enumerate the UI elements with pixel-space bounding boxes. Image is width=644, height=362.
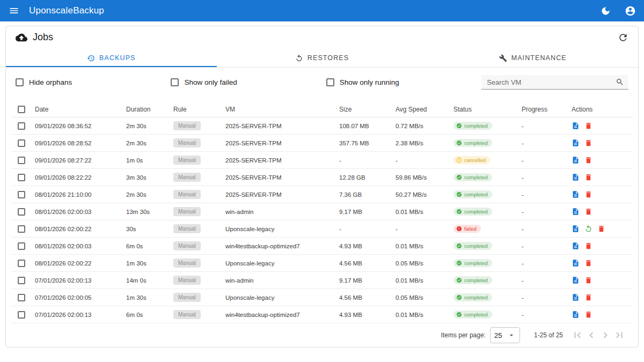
refresh-icon[interactable]: [618, 32, 628, 43]
delete-button[interactable]: [584, 190, 592, 198]
cell-status: completed: [453, 259, 522, 267]
delete-button[interactable]: [584, 156, 592, 164]
search-input[interactable]: [486, 78, 616, 87]
log-button[interactable]: [572, 190, 580, 198]
cell-status: completed: [453, 293, 522, 301]
cell-date: 08/01/2026 02:00:22: [35, 226, 126, 232]
cell-size: 9.17 MB: [339, 277, 396, 284]
row-checkbox[interactable]: [18, 294, 25, 301]
app-title: UponscaleBackup: [29, 5, 104, 16]
cell-vm: Uponscale-legacy: [225, 260, 339, 267]
tab-restores-label: RESTORES: [308, 54, 349, 62]
row-checkbox[interactable]: [18, 122, 25, 130]
status-label: completed: [464, 123, 488, 129]
table-row: 09/01/2026 08:28:52 2m 30s Manual 2025-S…: [11, 135, 633, 152]
search-icon[interactable]: [616, 78, 624, 86]
prev-page-icon[interactable]: [584, 328, 598, 342]
account-icon[interactable]: [624, 4, 636, 17]
status-label: completed: [464, 175, 488, 180]
delete-button[interactable]: [584, 208, 592, 216]
row-checkbox[interactable]: [18, 157, 25, 164]
cell-status: failed: [453, 225, 522, 233]
dark-mode-icon[interactable]: [599, 4, 612, 17]
next-page-icon[interactable]: [598, 328, 612, 342]
cell-vm: Uponscale-legacy: [225, 226, 339, 232]
delete-button[interactable]: [584, 173, 592, 181]
row-checkbox[interactable]: [18, 225, 25, 233]
items-per-page-select[interactable]: 25: [490, 327, 520, 343]
cell-progress: -: [522, 191, 572, 198]
cell-actions: [572, 276, 633, 284]
tab-backups[interactable]: BACKUPS: [6, 49, 217, 68]
row-checkbox[interactable]: [18, 277, 25, 284]
row-checkbox[interactable]: [18, 260, 25, 267]
app-bar: UponscaleBackup: [0, 0, 644, 21]
log-button[interactable]: [572, 276, 580, 284]
status-label: completed: [464, 192, 488, 197]
log-button[interactable]: [572, 156, 580, 164]
cell-date: 09/01/2026 08:36:52: [35, 123, 126, 129]
row-checkbox[interactable]: [18, 174, 25, 181]
log-button[interactable]: [572, 208, 580, 216]
delete-button[interactable]: [584, 276, 592, 284]
rule-chip: Manual: [173, 207, 201, 216]
log-button[interactable]: [572, 139, 580, 147]
status-icon: [456, 209, 462, 215]
cell-actions: [572, 259, 633, 267]
status-label: completed: [464, 261, 488, 266]
jobs-icon: [16, 32, 27, 43]
log-button[interactable]: [572, 173, 580, 181]
status-icon: [456, 226, 462, 232]
cell-status: completed: [453, 311, 522, 319]
status-chip: cancelled: [453, 156, 490, 164]
retry-button[interactable]: [584, 225, 592, 233]
show-only-failed-checkbox[interactable]: [171, 78, 179, 86]
log-button[interactable]: [572, 259, 580, 267]
row-checkbox[interactable]: [18, 139, 25, 147]
last-page-icon[interactable]: [612, 328, 626, 342]
status-icon: [456, 294, 462, 300]
cell-date: 07/01/2026 02:00:13: [35, 277, 126, 284]
log-button[interactable]: [572, 311, 580, 319]
cell-vm: 2025-SERVER-TPM: [225, 174, 339, 181]
cell-duration: 6m 0s: [126, 312, 173, 318]
hide-orphans-checkbox[interactable]: [16, 78, 24, 86]
header-status: Status: [453, 106, 522, 113]
delete-button[interactable]: [584, 139, 592, 147]
status-label: completed: [464, 295, 488, 300]
cell-duration: 1m 30s: [126, 260, 173, 267]
cell-vm: win-admin: [225, 277, 339, 284]
cell-date: 09/01/2026 08:28:52: [35, 140, 126, 146]
delete-button[interactable]: [584, 311, 592, 319]
log-button[interactable]: [572, 225, 580, 233]
delete-button[interactable]: [584, 259, 592, 267]
chevron-down-icon: [507, 331, 516, 339]
header-vm: VM: [225, 106, 339, 113]
cell-duration: 6m 0s: [126, 243, 173, 249]
cell-rule: Manual: [173, 258, 225, 268]
cell-rule: Manual: [173, 276, 225, 285]
row-checkbox[interactable]: [18, 242, 25, 250]
cell-status: completed: [453, 139, 522, 147]
show-only-running-checkbox[interactable]: [326, 78, 334, 86]
tab-maintenance[interactable]: MAINTENANCE: [427, 49, 638, 68]
status-chip: completed: [453, 259, 492, 267]
row-checkbox[interactable]: [18, 191, 25, 198]
log-button[interactable]: [572, 293, 580, 301]
cell-rule: Manual: [173, 121, 225, 130]
select-all-checkbox[interactable]: [18, 106, 25, 113]
first-page-icon[interactable]: [570, 328, 584, 342]
page-range: 1-25 of 25: [534, 331, 563, 339]
log-button[interactable]: [572, 242, 580, 250]
delete-button[interactable]: [584, 122, 592, 130]
delete-button[interactable]: [584, 242, 592, 250]
cell-avg-speed: 0.05 MB/s: [396, 294, 453, 301]
cell-actions: [572, 242, 633, 250]
delete-button[interactable]: [597, 225, 605, 233]
menu-icon[interactable]: [8, 4, 20, 17]
row-checkbox[interactable]: [18, 311, 25, 319]
log-button[interactable]: [572, 122, 580, 130]
tab-restores[interactable]: RESTORES: [217, 49, 428, 68]
delete-button[interactable]: [584, 293, 592, 301]
row-checkbox[interactable]: [18, 208, 25, 216]
